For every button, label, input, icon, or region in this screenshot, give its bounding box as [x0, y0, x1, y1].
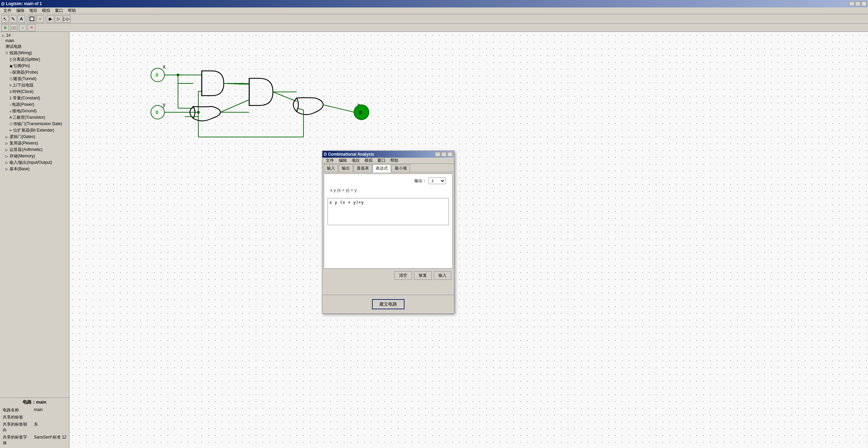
dialog-spacer [322, 281, 454, 295]
prop-dir-value: 东 [33, 421, 68, 434]
dialog-menu-simulate[interactable]: 模拟 [362, 157, 375, 164]
dialog-content: 输出： z x y (x + y) + y [324, 174, 453, 269]
sidebar-tree: ▷ 1# main 测试电路 ▽ 线路(Wiring) ⣿ 分离器(Splitt… [0, 32, 69, 397]
sidebar-item-gates[interactable]: ▷ 逻辑门(Gates) [1, 134, 68, 140]
prop-font-label: 共享的标签字体 [1, 434, 33, 447]
menu-project[interactable]: 项目 [27, 7, 39, 14]
x-label: x [163, 64, 165, 70]
sidebar-label-memory: 存储(Memory) [9, 153, 35, 159]
close-button[interactable]: ✕ [861, 1, 867, 6]
sidebar-item-main[interactable]: main [1, 38, 68, 43]
add-circuit[interactable]: ⊞ [1, 24, 9, 32]
sidebar-item-tunnel[interactable]: ⬡ 隧道(Tunnel) [1, 76, 68, 82]
bitextender-icon: ⊢ [9, 129, 13, 132]
sidebar-item-transistor[interactable]: A 三极管(Transistor) [1, 114, 68, 121]
input-button[interactable]: 输入 [434, 271, 451, 280]
sidebar-label-bitextender: 位扩展器(Bit Extender) [13, 128, 54, 133]
dialog-menu-help[interactable]: 帮助 [388, 157, 400, 164]
dialog-menu-project[interactable]: 项目 [350, 157, 362, 164]
output-select[interactable]: z [429, 177, 446, 184]
tool-rect[interactable]: 🔲 [28, 15, 36, 23]
delete-btn[interactable]: ✕ [28, 24, 35, 32]
tunnel-icon: ⬡ [9, 77, 13, 81]
sidebar-item-transmissiongate[interactable]: ⬡ 传输门(Transmission Gate) [1, 121, 68, 127]
dialog-minimize-button[interactable]: — [435, 152, 440, 157]
tab-minimal[interactable]: 最小项 [392, 164, 410, 172]
menu-edit[interactable]: 编辑 [14, 7, 26, 14]
sidebar-item-probe[interactable]: ○ 探测器(Probe) [1, 69, 68, 76]
svg-line-18 [220, 100, 249, 112]
toolbar-separator-2 [45, 16, 45, 22]
pin-x-value: 0 [156, 72, 158, 78]
sidebar-item-base[interactable]: ▷ 基本(Base) [1, 166, 68, 172]
constant-icon: 1· [9, 96, 12, 100]
sidebar-item-memory[interactable]: ▷ 存储(Memory) [1, 153, 68, 159]
tab-truth-table[interactable]: 真值表 [354, 164, 372, 172]
expression-textarea[interactable] [328, 198, 449, 225]
app-icon: D [1, 1, 4, 6]
output-selector-row: 输出： z [328, 177, 446, 184]
prop-row-direction: 共享的标签朝向 东 [1, 421, 68, 434]
menu-window[interactable]: 窗口 [53, 7, 65, 14]
simulate-play[interactable]: ▶ [47, 15, 54, 23]
sidebar-item-wiring[interactable]: ▽ 线路(Wiring) [1, 50, 68, 56]
dialog-menu-window[interactable]: 窗口 [375, 157, 388, 164]
sidebar-item-plexers[interactable]: ▷ 复用器(Plexers) [1, 140, 68, 147]
sidebar-item-test[interactable]: 测试电路 [1, 43, 68, 50]
pin-z-value: 0 [359, 110, 362, 115]
dialog-close-button[interactable]: ✕ [447, 152, 453, 157]
clear-button[interactable]: 清空 [394, 271, 412, 280]
sidebar-item-pullresistor[interactable]: ≡ 上/下拉电阻 [1, 82, 68, 89]
sidebar-item-clock[interactable]: ⧖ 时钟(Clock) [1, 89, 68, 95]
sidebar-item-ground[interactable]: ⏚ 接地(Ground) [1, 108, 68, 114]
main-layout: ▷ 1# main 测试电路 ▽ 线路(Wiring) ⣿ 分离器(Splitt… [0, 32, 868, 448]
sidebar-label-gates: 逻辑门(Gates) [9, 134, 35, 140]
menu-simulate[interactable]: 模拟 [40, 7, 52, 14]
tool-select[interactable]: ↖ [1, 15, 9, 23]
properties-table: 电路名称 main 共享的标签 共享的标签朝向 东 共享的标签字体 SansSe… [1, 407, 68, 447]
move-up[interactable]: ↑ [19, 24, 26, 32]
combinational-analysis-dialog: D Combinational Analysis — □ ✕ 文件 编辑 项目 … [322, 151, 454, 314]
sidebar-label-ground: 接地(Ground) [12, 108, 37, 114]
sidebar-item-power[interactable]: ↑ 电源(Power) [1, 101, 68, 108]
sidebar-item-splitter[interactable]: ⣿ 分离器(Splitter) [1, 56, 68, 63]
menu-help[interactable]: 帮助 [66, 7, 78, 14]
tab-output[interactable]: 输出 [339, 164, 353, 172]
simulate-fast[interactable]: ▷▷ [63, 15, 71, 23]
dialog-menu-edit[interactable]: 编辑 [337, 157, 349, 164]
tab-input[interactable]: 输入 [324, 164, 338, 172]
transistor-icon: A [9, 116, 12, 119]
sidebar-label-pullresistor: 上/下拉电阻 [12, 82, 34, 88]
tool-circle[interactable]: ○ [36, 15, 44, 23]
layout-btn[interactable]: □□ [10, 24, 18, 32]
canvas-area[interactable]: x y z 0 0 0 [70, 32, 868, 448]
sidebar-label-transistor: 三极管(Transistor) [13, 115, 45, 120]
minimize-button[interactable]: — [849, 1, 854, 6]
prop-label-value [33, 414, 68, 421]
tool-text[interactable]: A [18, 15, 25, 23]
prop-row-name: 电路名称 main [1, 407, 68, 414]
tab-expression[interactable]: 表达式 [373, 164, 391, 172]
restore-button[interactable]: 恢复 [414, 271, 432, 280]
sidebar-item-io[interactable]: ▷ 输入/输出(Input/Output) [1, 159, 68, 166]
sidebar-item-arithmetic[interactable]: ▷ 运算器(Arithmetic) [1, 147, 68, 153]
sidebar-item-1[interactable]: ▷ 1# [1, 33, 68, 38]
dialog-title-left: D Combinational Analysis [324, 152, 374, 157]
dialog-footer: 清空 恢复 输入 [322, 270, 454, 281]
prop-row-label: 共享的标签 [1, 414, 68, 421]
dialog-title-buttons: — □ ✕ [435, 152, 453, 157]
maximize-button[interactable]: □ [855, 1, 861, 6]
simulate-step[interactable]: ▷ [55, 15, 62, 23]
formula-display: x y (x + y) + y [328, 188, 446, 193]
sidebar-item-pin[interactable]: ▣ 引脚(Pin) [1, 63, 68, 69]
and-gate-2 [249, 78, 273, 105]
tool-edit[interactable]: ✎ [9, 15, 17, 23]
and-gate-1 [202, 71, 224, 96]
dialog-maximize-button[interactable]: □ [441, 152, 447, 157]
menu-file[interactable]: 文件 [1, 7, 14, 14]
sidebar-item-bitextender[interactable]: ⊢ 位扩展器(Bit Extender) [1, 127, 68, 134]
build-circuit-button[interactable]: 建立电路 [372, 299, 405, 309]
sidebar-item-constant[interactable]: 1· 常量(Constant) [1, 95, 68, 101]
prop-name-label: 电路名称 [1, 407, 33, 414]
dialog-menu-file[interactable]: 文件 [324, 157, 336, 164]
